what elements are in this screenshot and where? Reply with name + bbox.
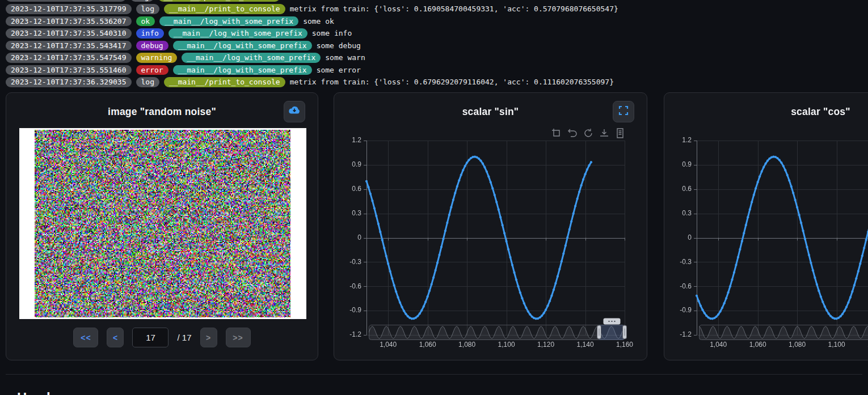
- module-badge: __main__/log_with_some_prefix: [182, 53, 321, 63]
- fullscreen-button[interactable]: [613, 101, 634, 122]
- sin-card-title: scalar "sin": [334, 106, 647, 118]
- restore-icon[interactable]: [567, 128, 578, 138]
- chart-toolbar: [551, 128, 625, 138]
- image-pagination: << < / 17 > >>: [6, 328, 318, 347]
- last-page-button[interactable]: >>: [226, 328, 251, 347]
- level-badge: log: [136, 77, 159, 87]
- page-number-input[interactable]: [132, 328, 168, 347]
- next-page-button[interactable]: >: [200, 328, 217, 347]
- timestamp-badge: 2023-12-10T17:37:35.551460: [6, 65, 132, 75]
- log-message: metrix from train: {'loss': 0.1690584700…: [290, 5, 618, 13]
- section-divider: [6, 374, 862, 375]
- module-badge: __main__/log_with_some_prefix: [173, 65, 312, 75]
- level-badge: log: [130, 0, 154, 2]
- level-badge: ok: [136, 16, 155, 27]
- level-badge: info: [136, 28, 164, 39]
- save-image-icon[interactable]: [599, 128, 609, 138]
- timestamp-badge: 2023-12-10T17:37:36.329035: [6, 77, 132, 87]
- level-badge: log: [136, 4, 159, 14]
- log-row: 2023-12-10T17:37:35.551460 error __main_…: [6, 64, 868, 77]
- timestamp-badge: 2023-12-10T17:37:35.536207: [6, 16, 132, 27]
- log-row: 2023-12-10T17:37:36.329035 log __main__/…: [6, 76, 868, 88]
- random-noise-image: [35, 130, 290, 317]
- log-row: 2023-12-10T17:37:35.543417 debug __main_…: [6, 40, 868, 52]
- log-message: metrix from train: {'loss': 0.6796292079…: [290, 78, 614, 86]
- module-badge: __main__/log_with_some_prefix: [173, 41, 312, 51]
- module-badge: __main__/print_to_console: [158, 0, 280, 2]
- timestamp-badge: 2023-12-10T17:37:35.317799: [6, 4, 132, 14]
- log-row: 2023-12-10T17:37:35.536207 ok __main__/l…: [6, 15, 868, 28]
- download-image-button[interactable]: [284, 101, 305, 122]
- timestamp-badge: 2023-12-10T17:37:35.540310: [6, 28, 132, 39]
- level-badge: warning: [136, 53, 178, 63]
- module-badge: __main__/print_to_console: [164, 77, 285, 87]
- image-card: image "random noise" << < / 17 > >>: [6, 92, 318, 360]
- log-row: 2023-12-10T17:37:35.547549 warning __mai…: [6, 52, 868, 64]
- log-message: some info: [312, 29, 352, 37]
- log-row: 2023-12-10T17:37:35.317799 log __main__/…: [6, 3, 868, 15]
- timestamp-badge: 2023-12-10T17:37:35.543417: [6, 41, 132, 51]
- log-message: some error: [317, 66, 361, 74]
- image-card-title: image "random noise": [6, 106, 318, 118]
- log-message: some ok: [303, 17, 334, 26]
- cloud-download-icon: [288, 105, 301, 118]
- module-badge: __main__/log_with_some_prefix: [168, 28, 307, 39]
- module-badge: __main__/print_to_console: [164, 4, 285, 14]
- log-message: some debug: [317, 41, 361, 50]
- first-page-button[interactable]: <<: [73, 328, 98, 347]
- prev-page-button[interactable]: <: [107, 328, 124, 347]
- fullscreen-icon: [618, 105, 629, 118]
- module-badge: __main__/log_with_some_prefix: [159, 16, 298, 27]
- image-frame: [19, 128, 306, 319]
- timestamp-badge: [6, 0, 126, 2]
- log-console: log __main__/print_to_console 2023-12-10…: [6, 0, 868, 88]
- data-view-icon[interactable]: [615, 128, 625, 138]
- log-row: 2023-12-10T17:37:35.540310 info __main__…: [6, 27, 868, 40]
- cos-chart-canvas[interactable]: [664, 93, 868, 360]
- section-heading: Head: [17, 390, 50, 395]
- log-message: some warn: [325, 53, 365, 62]
- page-total-label: / 17: [177, 333, 191, 342]
- scalar-cos-card: scalar "cos": [664, 92, 868, 360]
- level-badge: debug: [136, 41, 168, 51]
- level-badge: error: [136, 65, 168, 75]
- scalar-sin-card: scalar "sin": [334, 92, 647, 360]
- timestamp-badge: 2023-12-10T17:37:35.547549: [6, 53, 132, 63]
- area-zoom-icon[interactable]: [551, 128, 562, 138]
- cos-card-title: scalar "cos": [664, 106, 868, 118]
- refresh-icon[interactable]: [583, 128, 593, 138]
